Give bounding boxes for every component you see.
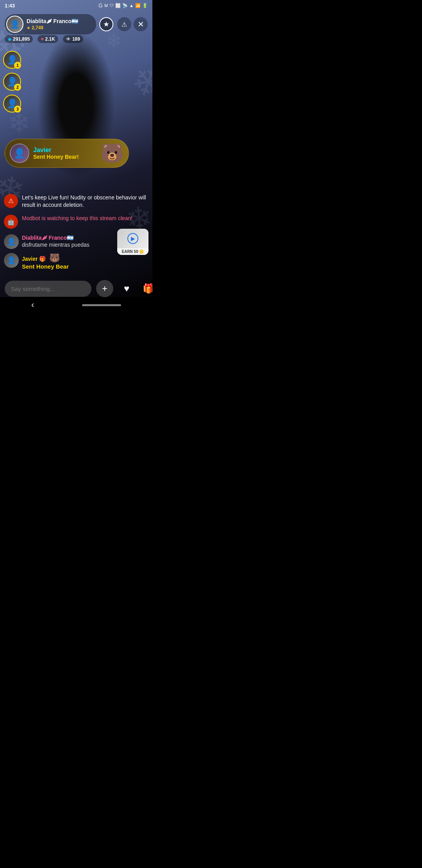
streamer-name: Diablita🌶 Franco🇦🇷 bbox=[27, 18, 92, 24]
bottom-bar: + ♥ 🎁 bbox=[0, 280, 152, 297]
streamer-avatar: 👤 bbox=[6, 16, 23, 33]
gmail-icon: M bbox=[104, 3, 108, 8]
mod-text-1: Let's keep Live fun! Nudity or obscene b… bbox=[22, 194, 148, 209]
viewer-2-rank: 2 bbox=[14, 84, 21, 91]
shield-icon: 🛡 bbox=[109, 3, 114, 8]
cast-icon: 📡 bbox=[122, 3, 128, 8]
home-indicator[interactable] bbox=[82, 304, 121, 306]
diamonds-stat: ◆ 291,895 bbox=[5, 35, 33, 43]
close-button[interactable]: ✕ bbox=[134, 17, 148, 31]
wifi-icon: ▲ bbox=[129, 3, 134, 8]
snowflake-5: ❄ bbox=[8, 109, 31, 137]
gift-emoji: 🐻 bbox=[100, 142, 124, 164]
moderation-message-1: ⚠ Let's keep Live fun! Nudity or obscene… bbox=[4, 194, 148, 209]
gift-text: Javier Sent Honey Bear! bbox=[33, 147, 97, 160]
gift-button[interactable]: 🎁 bbox=[140, 280, 152, 297]
status-icons: G M 🛡 ⬜ 📡 ▲ 📶 🔋 bbox=[98, 2, 148, 9]
gift-banner: 👤 Javier Sent Honey Bear! 🐻 bbox=[5, 139, 129, 168]
modbot-icon: 🤖 bbox=[4, 215, 18, 229]
alert-button[interactable]: ⚠ bbox=[117, 17, 131, 31]
diamonds-value: 291,895 bbox=[13, 36, 30, 42]
javier-avatar[interactable]: 👤 bbox=[4, 253, 19, 268]
follow-button[interactable]: ★ bbox=[99, 17, 113, 31]
follow-star-icon: ★ bbox=[103, 20, 109, 29]
javier-username: Javier 🎁 bbox=[22, 256, 46, 262]
hearts-stat: ♥ 2.1K bbox=[38, 35, 58, 43]
plus-button[interactable]: + bbox=[96, 280, 113, 297]
viewers-value: 189 bbox=[72, 36, 80, 42]
google-icon: G bbox=[98, 2, 103, 9]
star-icon: ★ bbox=[27, 25, 30, 30]
heart-icon: ♥ bbox=[41, 36, 43, 42]
earn-video-button[interactable]: ▶ EARN 50 🪙 bbox=[117, 229, 148, 255]
earn-play-icon: ▶ bbox=[127, 233, 138, 244]
viewer-3-rank: 3 bbox=[14, 106, 21, 113]
modbot-text: Modbot is watching to keep this stream c… bbox=[22, 215, 132, 222]
javier-gift-bear-icon: 🐻 bbox=[49, 253, 60, 263]
earn-video-screen: ▶ bbox=[117, 229, 148, 248]
mod-alert-icon: ⚠ bbox=[4, 194, 18, 208]
diamond-icon: ◆ bbox=[8, 36, 11, 42]
battery-icon: 🔋 bbox=[142, 3, 148, 8]
chat-input[interactable] bbox=[5, 281, 91, 297]
viewer-2-avatar[interactable]: 👤 2 bbox=[3, 73, 21, 91]
viewer-1-rank: 1 bbox=[14, 62, 21, 69]
streamer-info[interactable]: 👤 Diablita🌶 Franco🇦🇷 ★ 2,749 bbox=[5, 14, 96, 34]
heart-button[interactable]: ♥ bbox=[118, 280, 135, 297]
chat-message-javier: 👤 Javier 🎁 🐻 Sent Honey Bear bbox=[4, 253, 148, 270]
star-count: 2,749 bbox=[32, 25, 43, 30]
back-icon: ‹ bbox=[31, 300, 34, 310]
heart-icon-btn: ♥ bbox=[124, 283, 129, 294]
clipboard-icon: ⬜ bbox=[115, 3, 121, 8]
hearts-value: 2.1K bbox=[45, 36, 55, 42]
diablita-username: Diablita🌶 Franco🇦🇷 bbox=[22, 235, 73, 241]
gift-sender-avatar: 👤 bbox=[10, 143, 29, 163]
viewers-stat: 👁 189 bbox=[63, 35, 83, 43]
streamer-text: Diablita🌶 Franco🇦🇷 ★ 2,749 bbox=[27, 18, 92, 30]
gift-sender-name: Javier bbox=[33, 147, 97, 154]
warning-icon: ⚠ bbox=[122, 21, 127, 28]
viewer-3-avatar[interactable]: 👤 3 bbox=[3, 95, 21, 113]
signal-icon: 📶 bbox=[135, 3, 141, 8]
snowflake-2: ❄ bbox=[126, 58, 152, 106]
earn-label: EARN 50 🪙 bbox=[117, 248, 148, 255]
gift-icon-btn: 🎁 bbox=[143, 283, 152, 294]
plus-icon: + bbox=[102, 283, 107, 294]
status-bar: 1:43 G M 🛡 ⬜ 📡 ▲ 📶 🔋 bbox=[0, 0, 152, 11]
status-time: 1:43 bbox=[5, 3, 15, 9]
nav-bar: ‹ bbox=[0, 297, 152, 313]
diablita-avatar[interactable]: 👤 bbox=[4, 234, 19, 249]
stats-row: ◆ 291,895 ♥ 2.1K 👁 189 bbox=[5, 35, 83, 43]
top-viewers: 👤 1 👤 2 👤 3 bbox=[3, 51, 21, 113]
back-button[interactable]: ‹ bbox=[31, 300, 34, 310]
modbot-message: 🤖 Modbot is watching to keep this stream… bbox=[4, 215, 148, 229]
viewer-1-avatar[interactable]: 👤 1 bbox=[3, 51, 21, 69]
javier-gift-text: Sent Honey Bear bbox=[22, 263, 148, 270]
eye-icon: 👁 bbox=[66, 36, 71, 42]
top-header: 👤 Diablita🌶 Franco🇦🇷 ★ 2,749 ★ ⚠ ✕ bbox=[0, 11, 152, 38]
close-icon: ✕ bbox=[138, 20, 144, 29]
streamer-stars: ★ 2,749 bbox=[27, 25, 92, 30]
gift-description: Sent Honey Bear! bbox=[33, 154, 97, 160]
javier-chat-content: Javier 🎁 🐻 Sent Honey Bear bbox=[22, 253, 148, 270]
